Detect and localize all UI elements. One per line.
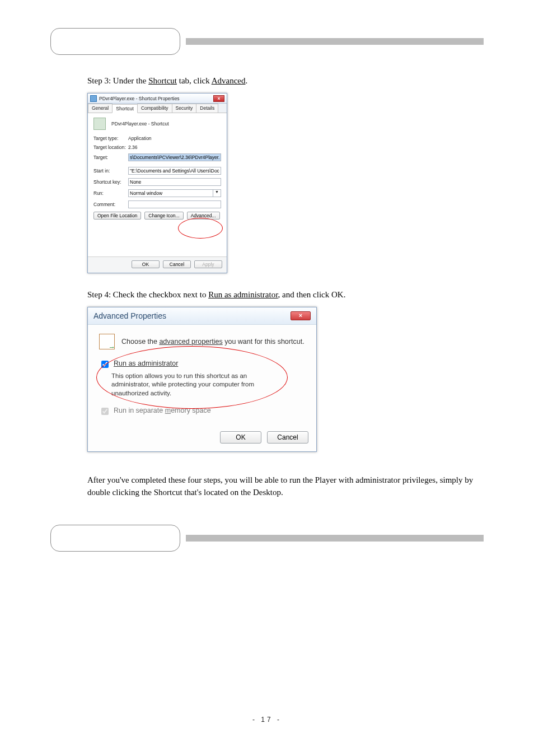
dlg1-content: PDvr4Player.exe - Shortcut Target type: … [88, 113, 227, 225]
apply-button[interactable]: Apply [194, 260, 222, 268]
dlg1-title-text: PDvr4Player.exe - Shortcut Properties [99, 96, 211, 101]
advanced-button[interactable]: Advanced... [187, 212, 220, 220]
tab-general[interactable]: General [88, 104, 113, 113]
shortcut-properties-dialog: PDvr4Player.exe - Shortcut Properties × … [87, 93, 227, 273]
app-icon [90, 95, 97, 102]
run-separate-label: Run in separate memory space [114, 407, 211, 414]
header-row [50, 28, 484, 55]
run-as-admin-checkbox[interactable] [101, 361, 109, 368]
step4-post: , and then click OK. [278, 290, 346, 299]
dlg2-headline: Choose the advanced properties you want … [121, 338, 305, 346]
run-as-admin-desc: This option allows you to run this short… [111, 372, 279, 398]
run-separate-row: Run in separate memory space [99, 407, 305, 417]
start-in-input[interactable] [128, 167, 221, 175]
shortcut-properties-dialog-wrapper: PDvr4Player.exe - Shortcut Properties × … [87, 93, 227, 273]
close-icon[interactable]: × [291, 311, 311, 320]
target-location-label: Target location: [93, 144, 128, 150]
shortcut-arrow-icon [99, 334, 115, 349]
step4-text: Step 4: Check the checkbox next to Run a… [50, 289, 484, 301]
dlg2-headline-post: you want for this shortcut. [223, 338, 305, 346]
change-icon-button[interactable]: Change Icon... [144, 212, 183, 220]
cancel-button[interactable]: Cancel [267, 431, 308, 444]
comment-label: Comment: [93, 202, 128, 207]
tab-shortcut[interactable]: Shortcut [112, 104, 138, 113]
step3-pre: Step 3: Under the [87, 76, 148, 85]
run-as-admin-row: Run as administrator [99, 360, 305, 370]
start-in-label: Start in: [93, 168, 128, 174]
shortcut-key-input[interactable] [128, 178, 221, 186]
advanced-properties-dialog: Advanced Properties × Choose the advance… [87, 307, 317, 452]
shortcut-name: PDvr4Player.exe - Shortcut [111, 121, 169, 127]
shortcut-icon [93, 118, 106, 130]
advanced-properties-dialog-wrapper: Advanced Properties × Choose the advance… [87, 307, 317, 452]
target-location-value: 2.36 [128, 144, 221, 150]
run-separate-checkbox [101, 408, 109, 415]
chevron-down-icon[interactable]: ▼ [213, 189, 221, 197]
step4-pre: Step 4: Check the checkbox next to [87, 290, 208, 299]
dlg2-titlebar: Advanced Properties × [88, 307, 316, 325]
dlg2-footer: OK Cancel [88, 428, 316, 451]
step3-post: . [245, 76, 247, 85]
target-input[interactable] [128, 153, 221, 161]
target-type-value: Application [128, 136, 221, 141]
target-type-label: Target type: [93, 136, 128, 141]
tab-compatibility[interactable]: Compatibility [137, 104, 172, 113]
open-file-location-button[interactable]: Open File Location [93, 212, 141, 220]
closing-text: After you've completed these four steps,… [50, 474, 484, 499]
step3-text: Step 3: Under the Shortcut tab, click Ad… [50, 75, 484, 87]
step3-advanced: Advanced [212, 76, 246, 85]
cancel-button[interactable]: Cancel [163, 260, 191, 268]
footer-header-box [50, 525, 180, 552]
page-number: - 17 - [0, 716, 534, 724]
header-box [50, 28, 180, 55]
tab-security[interactable]: Security [172, 104, 197, 113]
shortcut-key-label: Shortcut key: [93, 179, 128, 185]
ok-button[interactable]: OK [220, 431, 261, 444]
dlg1-footer: OK Cancel Apply [88, 256, 227, 273]
run-select[interactable] [128, 189, 213, 197]
dlg2-headline-u: advanced properties [159, 338, 222, 346]
dlg2-headline-pre: Choose the [121, 338, 159, 346]
footer-header-row [50, 525, 484, 552]
step3-shortcut: Shortcut [148, 76, 177, 85]
dlg1-tabs: General Shortcut Compatibility Security … [88, 104, 227, 113]
ok-button[interactable]: OK [132, 260, 160, 268]
tab-details[interactable]: Details [196, 104, 218, 113]
step4-runas: Run as administrator [208, 290, 278, 299]
target-label: Target: [93, 155, 128, 160]
dlg1-titlebar: PDvr4Player.exe - Shortcut Properties × [88, 94, 227, 104]
dlg2-title-text: Advanced Properties [93, 311, 291, 320]
run-label: Run: [93, 190, 128, 196]
comment-input[interactable] [128, 200, 221, 208]
dlg2-body: Choose the advanced properties you want … [88, 325, 316, 428]
run-as-admin-label: Run as administrator [114, 360, 178, 367]
step3-mid: tab, click [177, 76, 212, 85]
header-bar [186, 38, 484, 45]
close-icon[interactable]: × [213, 95, 224, 102]
footer-header-bar [186, 535, 484, 542]
